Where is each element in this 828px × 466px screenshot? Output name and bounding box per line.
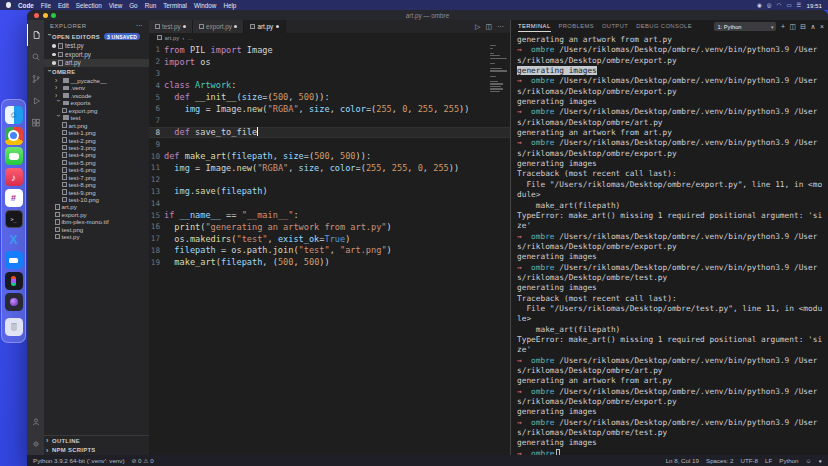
extensions-icon[interactable] xyxy=(27,112,44,134)
dirty-indicator-icon[interactable] xyxy=(234,25,237,28)
tree-item-test[interactable]: ›test xyxy=(44,114,149,121)
tree-item-test-7.png[interactable]: test-7.png xyxy=(44,173,149,180)
zoom-window-button[interactable] xyxy=(51,13,56,18)
chrome-dock-icon[interactable] xyxy=(5,127,23,145)
tree-item-test-2.png[interactable]: test-2.png xyxy=(44,136,149,143)
menu-item-terminal[interactable]: Terminal xyxy=(163,2,187,9)
menu-item-run[interactable]: Run xyxy=(145,2,157,9)
code-line[interactable]: 18 filepath = os.path.join("test", "art.… xyxy=(149,245,510,257)
title-bar[interactable]: art.py — ombre xyxy=(27,10,828,20)
media-dock-icon[interactable] xyxy=(5,293,23,311)
menu-item-window[interactable]: Window xyxy=(194,2,216,9)
run-button[interactable]: ▷ xyxy=(475,23,480,31)
code-line[interactable]: 12 xyxy=(149,174,510,186)
open-editor-export.py[interactable]: export.py xyxy=(44,50,149,59)
tab-test.py[interactable]: test.py xyxy=(149,20,193,33)
bell-icon[interactable]: ● xyxy=(818,458,822,464)
control-center-icon[interactable]: ☰ xyxy=(797,2,802,8)
breadcrumb[interactable]: art.py › … xyxy=(149,33,510,42)
explorer-icon[interactable] xyxy=(27,24,44,46)
messages-dock-icon[interactable] xyxy=(5,147,23,165)
code-line[interactable]: 9 xyxy=(149,138,510,150)
minimap[interactable] xyxy=(488,43,509,93)
code-line[interactable]: 2import os xyxy=(149,56,510,68)
new-terminal-button[interactable]: + xyxy=(781,23,785,31)
tree-item-test-1.png[interactable]: test-1.png xyxy=(44,129,149,136)
blueapp-dock-icon[interactable] xyxy=(5,251,23,269)
account-icon[interactable] xyxy=(27,411,44,433)
finder-dock-icon[interactable] xyxy=(5,106,23,124)
feedback-icon[interactable]: ☺ xyxy=(806,458,812,464)
panel-tab-problems[interactable]: PROBLEMS xyxy=(559,21,594,32)
code-line[interactable]: 4class Artwork: xyxy=(149,79,510,91)
menu-bar-clock[interactable]: 19:51 xyxy=(807,2,822,9)
close-window-button[interactable] xyxy=(34,13,39,18)
code-line[interactable]: 15if __name__ == "__main__": xyxy=(149,209,510,221)
vscode-dock-icon[interactable] xyxy=(5,231,23,249)
status-ln[interactable]: Ln 8, Col 19 xyxy=(666,457,699,464)
breadcrumb-symbol[interactable]: … xyxy=(187,35,193,41)
run-debug-icon[interactable] xyxy=(27,90,44,112)
minimize-window-button[interactable] xyxy=(43,13,48,18)
menu-item-go[interactable]: Go xyxy=(129,2,137,9)
python-interpreter-status[interactable]: Python 3.9.2 64-bit ('.venv': venv) xyxy=(33,457,124,464)
code-line[interactable]: 16 print("generating an artwork from art… xyxy=(149,221,510,233)
source-control-icon[interactable] xyxy=(27,68,44,90)
tree-item-test-10.png[interactable]: test-10.png xyxy=(44,196,149,203)
tab-export.py[interactable]: export.py xyxy=(193,20,244,33)
open-editor-art.py[interactable]: art.py xyxy=(44,59,149,68)
menu-item-help[interactable]: Help xyxy=(223,2,236,9)
menu-item-selection[interactable]: Selection xyxy=(76,2,102,9)
code-line[interactable]: 19 make_art(filepath, (500, 500)) xyxy=(149,256,510,268)
section-outline[interactable]: ›OUTLINE xyxy=(44,436,149,446)
panel-tab-output[interactable]: OUTPUT xyxy=(602,21,628,32)
battery-icon[interactable]: ▭ xyxy=(786,2,791,8)
tab-art.py[interactable]: art.py xyxy=(244,20,285,33)
panel-tab-terminal[interactable]: TERMINAL xyxy=(518,21,551,32)
close-panel-button[interactable]: × xyxy=(820,23,824,31)
problems-status[interactable]: ⊘ 0 ⚠ 0 xyxy=(131,457,153,464)
display-icon[interactable]: ◎ xyxy=(767,2,772,8)
more-actions-button[interactable]: ⋯ xyxy=(497,23,504,31)
figma-dock-icon[interactable] xyxy=(5,272,23,290)
breadcrumb-file[interactable]: art.py xyxy=(165,35,180,41)
code-line[interactable]: 6 img = Image.new("RGBA", size, color=(2… xyxy=(149,103,510,115)
tree-item-exports[interactable]: ›exports xyxy=(44,99,149,106)
tree-item-test-5.png[interactable]: test-5.png xyxy=(44,159,149,166)
section-npm-scripts[interactable]: ›NPM SCRIPTS xyxy=(44,446,149,456)
status-spaces[interactable]: Spaces: 2 xyxy=(706,457,734,464)
tree-item-art.py[interactable]: art.py xyxy=(44,203,149,210)
status-python[interactable]: Python xyxy=(779,457,798,464)
panel-tab-debug-console[interactable]: DEBUG CONSOLE xyxy=(636,21,692,32)
dirty-indicator-icon[interactable] xyxy=(183,25,186,28)
search-icon[interactable] xyxy=(27,46,44,68)
code-line[interactable]: 3 xyxy=(149,68,510,80)
terminal-selector-dropdown[interactable]: 1: Python ▾ xyxy=(714,22,776,31)
record-indicator-icon[interactable]: ◉ xyxy=(757,2,762,8)
slack-dock-icon[interactable] xyxy=(5,189,23,207)
dirty-indicator-icon[interactable] xyxy=(276,25,279,28)
sidebar-more-icon[interactable]: ⋯ xyxy=(136,22,144,30)
tree-item-export.py[interactable]: export.py xyxy=(44,211,149,218)
tree-item-test-8.png[interactable]: test-8.png xyxy=(44,181,149,188)
tree-item-art.png[interactable]: art.png xyxy=(44,121,149,128)
split-editor-button[interactable]: ◫ xyxy=(485,23,492,31)
code-line[interactable]: 7 xyxy=(149,115,510,127)
open-editor-test.py[interactable]: test.py xyxy=(44,42,149,51)
tree-item-export.png[interactable]: export.png xyxy=(44,107,149,114)
menu-item-file[interactable]: File xyxy=(41,2,51,9)
code-line[interactable]: 13 img.save(filepath) xyxy=(149,186,510,198)
tree-item-ibm-plex-mono.ttf[interactable]: ibm-plex-mono.ttf xyxy=(44,218,149,225)
menu-item-view[interactable]: View xyxy=(109,2,123,9)
folder-section[interactable]: › OMBRE xyxy=(44,67,149,77)
terminal-dock-icon[interactable] xyxy=(5,210,23,228)
code-line[interactable]: 17 os.makedirs("test", exist_ok=True) xyxy=(149,233,510,245)
music-dock-icon[interactable] xyxy=(5,168,23,186)
tree-item-.vscode[interactable]: ›.vscode xyxy=(44,92,149,99)
code-line[interactable]: 1from PIL import Image xyxy=(149,44,510,56)
apple-menu-icon[interactable] xyxy=(6,2,11,8)
code-line[interactable]: 14 xyxy=(149,197,510,209)
code-line[interactable]: 10def make_art(filepath, size=(500, 500)… xyxy=(149,150,510,162)
maximize-panel-button[interactable]: ∧ xyxy=(811,23,816,31)
trash-dock-icon[interactable] xyxy=(5,318,23,336)
